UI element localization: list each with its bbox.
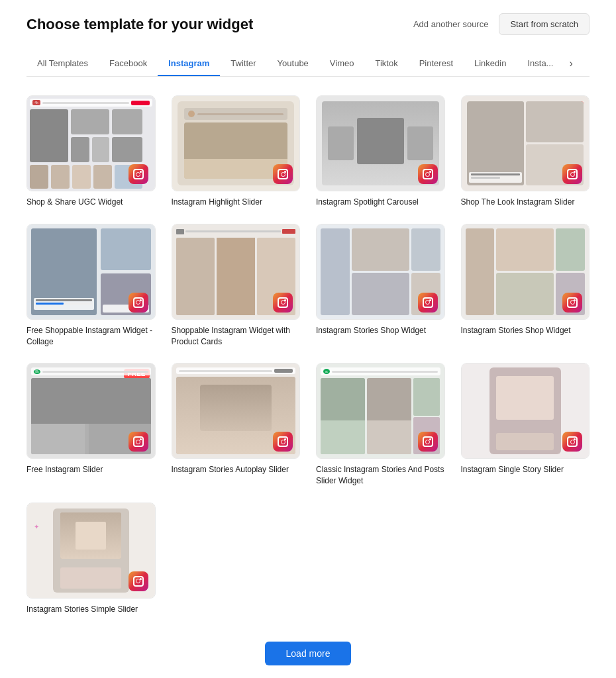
template-card-shop-look[interactable]: FREE bbox=[461, 95, 590, 208]
tab-pinterest[interactable]: Pinterest bbox=[409, 52, 464, 76]
tab-insta-more[interactable]: Insta... bbox=[517, 52, 564, 76]
tab-vimeo[interactable]: Vimeo bbox=[319, 52, 365, 76]
template-card-free-shoppable[interactable]: FREE bbox=[26, 224, 156, 348]
empty-slot-2 bbox=[316, 503, 445, 615]
tabs-container: All Templates Facebook Instagram Twitter… bbox=[26, 51, 590, 77]
start-from-scratch-button[interactable]: Start from scratch bbox=[499, 13, 590, 35]
instagram-icon-1 bbox=[128, 164, 150, 185]
template-label-stories-simple: Instagram Stories Simple Slider bbox=[26, 604, 156, 615]
header-actions: Add another source Start from scratch bbox=[413, 13, 590, 35]
template-label-free-slider: Free Instagram Slider bbox=[26, 464, 156, 475]
instagram-icon-7 bbox=[418, 293, 439, 314]
instagram-icon-13 bbox=[128, 571, 150, 593]
template-label-stories-shop-1: Instagram Stories Shop Widget bbox=[316, 325, 445, 336]
tab-all-templates[interactable]: All Templates bbox=[26, 52, 99, 76]
page-title: Choose template for your widget bbox=[26, 16, 253, 33]
templates-grid: 4k bbox=[26, 95, 590, 615]
page-container: Choose template for your widget Add anot… bbox=[0, 0, 616, 678]
template-card-stories-shop-1[interactable]: Instagram Stories Shop Widget bbox=[316, 224, 445, 348]
add-source-link[interactable]: Add another source bbox=[413, 19, 488, 29]
template-label-shop-share: Shop & Share UGC Widget bbox=[26, 197, 156, 208]
page-header: Choose template for your widget Add anot… bbox=[26, 13, 590, 35]
load-more-container: Load more bbox=[26, 642, 590, 678]
instagram-icon-9 bbox=[128, 432, 150, 453]
template-card-classic-stories[interactable]: 8k bbox=[316, 363, 445, 487]
template-card-free-slider[interactable]: FREE 8k bbox=[26, 363, 156, 487]
template-label-single-story: Instagram Single Story Slider bbox=[461, 464, 590, 475]
template-card-highlight-slider[interactable]: Instagram Highlight Slider bbox=[172, 95, 301, 208]
instagram-icon-10 bbox=[273, 432, 294, 453]
template-label-free-shoppable: Free Shoppable Instagram Widget - Collag… bbox=[26, 325, 156, 348]
empty-slot-3 bbox=[461, 503, 590, 615]
template-label-shop-look: Shop The Look Instagram Slider bbox=[461, 197, 590, 208]
empty-slot-1 bbox=[172, 503, 301, 615]
tab-linkedin[interactable]: Linkedin bbox=[464, 52, 517, 76]
template-card-shop-share[interactable]: 4k bbox=[26, 95, 156, 208]
template-card-single-story[interactable]: Instagram Single Story Slider bbox=[461, 363, 590, 487]
load-more-button[interactable]: Load more bbox=[265, 642, 352, 665]
instagram-icon-6 bbox=[273, 293, 294, 314]
template-card-spotlight-carousel[interactable]: Instagram Spotlight Carousel bbox=[316, 95, 445, 208]
instagram-icon-2 bbox=[273, 164, 294, 185]
instagram-icon-8 bbox=[562, 293, 584, 314]
tab-tiktok[interactable]: Tiktok bbox=[364, 52, 408, 76]
instagram-icon-3 bbox=[418, 164, 439, 185]
instagram-icon-11 bbox=[418, 432, 439, 453]
tab-twitter[interactable]: Twitter bbox=[220, 52, 266, 76]
tabs-more-icon[interactable]: › bbox=[564, 51, 578, 76]
template-label-spotlight-carousel: Instagram Spotlight Carousel bbox=[316, 197, 445, 208]
template-label-stories-autoplay: Instagram Stories Autoplay Slider bbox=[172, 464, 301, 475]
template-label-highlight-slider: Instagram Highlight Slider bbox=[172, 197, 301, 208]
instagram-icon-4 bbox=[562, 164, 584, 185]
template-card-stories-simple[interactable]: ✦ ✦ Instagram Stories Simple Slider bbox=[26, 503, 156, 615]
tab-instagram[interactable]: Instagram bbox=[158, 52, 220, 76]
template-card-shoppable-product[interactable]: Shoppable Instagram Widget with Product … bbox=[172, 224, 301, 348]
template-label-classic-stories: Classic Instagram Stories And Posts Slid… bbox=[316, 464, 445, 487]
tab-facebook[interactable]: Facebook bbox=[99, 52, 158, 76]
template-card-stories-autoplay[interactable]: Instagram Stories Autoplay Slider bbox=[172, 363, 301, 487]
instagram-icon-5 bbox=[128, 293, 150, 314]
template-card-stories-shop-2[interactable]: Instagram Stories Shop Widget bbox=[461, 224, 590, 348]
template-label-stories-shop-2: Instagram Stories Shop Widget bbox=[461, 325, 590, 336]
instagram-icon-12 bbox=[562, 432, 584, 453]
template-label-shoppable-product: Shoppable Instagram Widget with Product … bbox=[172, 325, 301, 348]
tab-youtube[interactable]: Youtube bbox=[267, 52, 319, 76]
